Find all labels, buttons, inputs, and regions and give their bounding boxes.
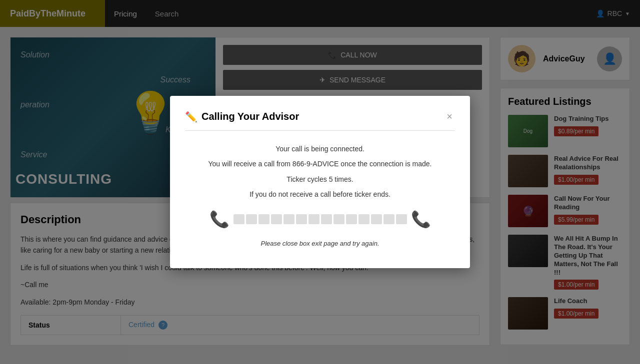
modal-title: ✏️ Calling Your Advisor bbox=[185, 111, 299, 123]
ticker-segments bbox=[234, 214, 407, 224]
ticker-segment-10 bbox=[358, 214, 370, 224]
modal-footer-text: Please close box exit page and try again… bbox=[185, 239, 455, 249]
modal-line-2: You will receive a call from 866-9-ADVIC… bbox=[185, 158, 455, 169]
ticker-bar: 📞 📞 bbox=[185, 210, 455, 229]
ticker-segment-3 bbox=[271, 214, 282, 224]
modal-body: Your call is being connected. You will r… bbox=[185, 143, 455, 249]
ticker-segment-6 bbox=[308, 214, 320, 224]
modal-close-button[interactable]: × bbox=[444, 111, 455, 122]
ticker-segment-8 bbox=[334, 214, 344, 224]
ticker-segment-5 bbox=[296, 214, 307, 224]
ticker-segment-1 bbox=[246, 214, 257, 224]
phone-right-icon: 📞 bbox=[411, 210, 431, 229]
ticker-segment-4 bbox=[284, 214, 294, 224]
ticker-segment-0 bbox=[234, 214, 244, 224]
modal-line-3: Ticker cycles 5 times. bbox=[185, 174, 455, 185]
pencil-icon: ✏️ bbox=[185, 111, 198, 123]
modal-line-4: If you do not receive a call before tick… bbox=[185, 189, 455, 200]
ticker-segment-12 bbox=[384, 214, 394, 224]
ticker-segment-13 bbox=[396, 214, 407, 224]
phone-left-icon: 📞 bbox=[210, 210, 230, 229]
calling-modal: ✏️ Calling Your Advisor × Your call is b… bbox=[170, 96, 470, 268]
ticker-segment-11 bbox=[371, 214, 382, 224]
modal-overlay: ✏️ Calling Your Advisor × Your call is b… bbox=[0, 0, 640, 361]
ticker-segment-2 bbox=[258, 214, 270, 224]
modal-line-1: Your call is being connected. bbox=[185, 143, 455, 154]
ticker-segment-9 bbox=[346, 214, 357, 224]
ticker-segment-7 bbox=[321, 214, 332, 224]
modal-header: ✏️ Calling Your Advisor × bbox=[185, 111, 455, 131]
